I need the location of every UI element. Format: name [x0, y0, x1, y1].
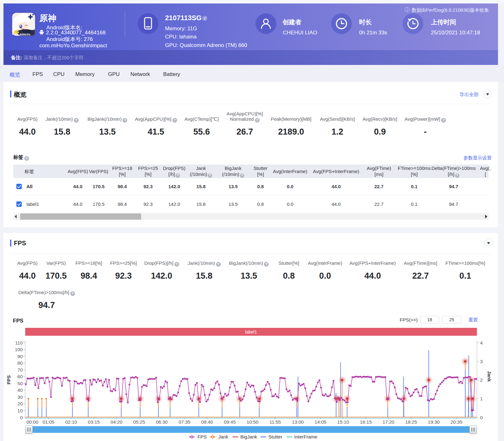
- svg-text:Jank: Jank: [218, 434, 228, 439]
- svg-text:FPS: FPS: [198, 434, 207, 439]
- svg-text:2: 2: [480, 377, 483, 383]
- svg-text:08:40: 08:40: [201, 419, 213, 425]
- svg-text:Jank: Jank: [487, 371, 492, 382]
- svg-text:06:30: 06:30: [156, 419, 168, 425]
- svg-text:04:20: 04:20: [111, 419, 123, 425]
- svg-text:05:25: 05:25: [133, 419, 145, 425]
- svg-text:15:10: 15:10: [337, 419, 349, 425]
- svg-text:09:45: 09:45: [224, 419, 236, 425]
- svg-text:0: 0: [480, 415, 483, 420]
- svg-text:4: 4: [480, 340, 483, 345]
- svg-text:20:35: 20:35: [450, 419, 462, 425]
- svg-text:100: 100: [15, 347, 23, 352]
- svg-text:18:25: 18:25: [405, 419, 417, 425]
- svg-text:BigJank: BigJank: [240, 434, 257, 439]
- svg-text:InterFrame: InterFrame: [294, 434, 317, 439]
- svg-text:10: 10: [17, 408, 23, 413]
- svg-text:50: 50: [17, 381, 23, 386]
- svg-text:60: 60: [17, 374, 23, 379]
- svg-text:80: 80: [17, 360, 23, 366]
- svg-text:0: 0: [20, 415, 23, 420]
- svg-text:10:50: 10:50: [247, 419, 259, 425]
- svg-text:16:15: 16:15: [360, 419, 372, 425]
- svg-text:14:05: 14:05: [315, 419, 327, 425]
- svg-text:Stutter: Stutter: [268, 434, 282, 439]
- svg-text:03:15: 03:15: [88, 419, 100, 425]
- svg-text:FPS: FPS: [6, 375, 11, 384]
- svg-text:70: 70: [17, 367, 23, 373]
- svg-text:17:20: 17:20: [382, 419, 394, 425]
- svg-text:11:55: 11:55: [269, 419, 281, 425]
- svg-text:00:00: 00:00: [26, 419, 38, 425]
- svg-text:19:30: 19:30: [428, 419, 440, 425]
- svg-text:20: 20: [17, 401, 23, 406]
- svg-text:90: 90: [17, 354, 23, 359]
- svg-text:01:05: 01:05: [43, 419, 54, 425]
- svg-text:1: 1: [480, 396, 483, 401]
- svg-text:110: 110: [15, 340, 23, 345]
- svg-text:label1: label1: [245, 329, 257, 334]
- svg-text:40: 40: [17, 387, 23, 393]
- svg-text:3: 3: [480, 359, 483, 364]
- svg-text:07:35: 07:35: [179, 419, 191, 425]
- svg-text:02:10: 02:10: [65, 419, 77, 425]
- svg-text:30: 30: [17, 394, 23, 400]
- svg-text:13:00: 13:00: [292, 419, 304, 425]
